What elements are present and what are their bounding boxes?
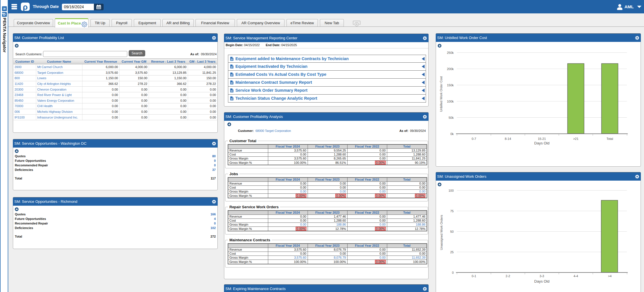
- svg-text:>21: >21: [573, 137, 579, 140]
- svg-text:100: 100: [449, 189, 454, 192]
- svg-text:3-3: 3-3: [540, 274, 544, 278]
- svg-text:50k: 50k: [449, 116, 454, 119]
- svg-text:Total: Total: [606, 137, 613, 140]
- svg-text:200k: 200k: [447, 67, 454, 71]
- svg-text:4-4: 4-4: [574, 274, 578, 278]
- svg-text:Days Old: Days Old: [534, 141, 549, 145]
- svg-text:8-14: 8-14: [505, 137, 511, 140]
- svg-text:25: 25: [450, 250, 454, 254]
- svg-text:Unbilled Work Order Cost: Unbilled Work Order Cost: [439, 76, 443, 112]
- svg-text:100k: 100k: [447, 100, 454, 103]
- svg-text:50: 50: [450, 230, 454, 233]
- svg-text:250k: 250k: [447, 51, 454, 54]
- svg-text:15-21: 15-21: [538, 137, 546, 140]
- svg-text:150k: 150k: [447, 83, 454, 87]
- svg-text:ρ: ρ: [23, 3, 28, 11]
- svg-text:Unassigned Work Orders: Unassigned Work Orders: [440, 215, 443, 250]
- svg-text:0: 0: [452, 271, 454, 274]
- svg-text:0-1: 0-1: [472, 274, 476, 278]
- svg-text:0k: 0k: [450, 132, 454, 136]
- svg-text:Days Old: Days Old: [534, 279, 549, 283]
- svg-text:0-7: 0-7: [472, 137, 476, 140]
- svg-text:>4: >4: [608, 274, 612, 278]
- svg-text:2-2: 2-2: [506, 274, 510, 278]
- svg-text:75: 75: [450, 209, 454, 213]
